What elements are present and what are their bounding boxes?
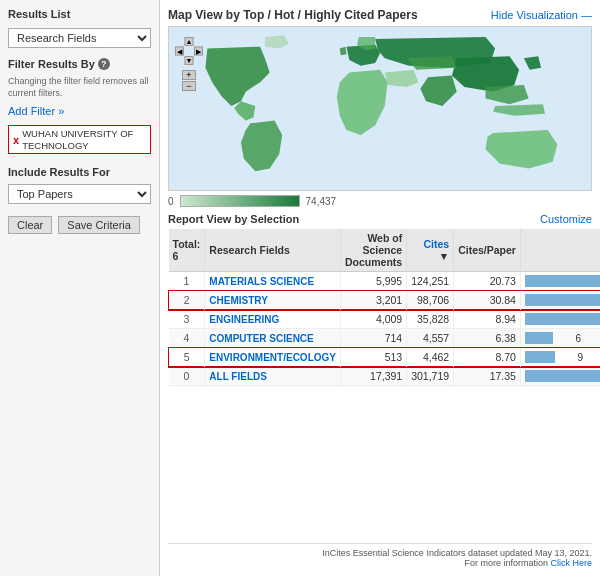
cites-per-paper-cell: 17.35 [454, 367, 521, 386]
top-papers-bar [525, 313, 600, 325]
field-link[interactable]: ENGINEERING [209, 314, 279, 325]
top-papers-bar [525, 294, 600, 306]
zoom-out-button[interactable]: − [182, 81, 196, 91]
table-row: 5ENVIRONMENT/ECOLOGY5134,4628.709 [169, 348, 601, 367]
cites-per-paper-cell: 8.94 [454, 310, 521, 329]
nav-left-button[interactable]: ◀ [175, 47, 184, 56]
top-papers-cell: 56 [520, 272, 600, 291]
rank-cell: 2 [169, 291, 205, 310]
rank-cell: 1 [169, 272, 205, 291]
report-table: Total: 6 Research Fields Web of Science … [168, 229, 600, 386]
docs-cell: 3,201 [341, 291, 407, 310]
zoom-in-button[interactable]: + [182, 70, 196, 80]
cites-per-paper-header: Cites/Paper [454, 229, 521, 272]
top-papers-bar [525, 370, 600, 382]
nav-right-button[interactable]: ▶ [194, 47, 203, 56]
field-name-cell[interactable]: CHEMISTRY [205, 291, 341, 310]
nav-up-button[interactable]: ▲ [185, 37, 194, 46]
clear-button[interactable]: Clear [8, 216, 52, 234]
table-row: 4COMPUTER SCIENCE7144,5576.386 [169, 329, 601, 348]
table-row: 3ENGINEERING4,00935,8288.9461 [169, 310, 601, 329]
top-papers-bar [525, 332, 553, 344]
field-name-cell[interactable]: ENVIRONMENT/ECOLOGY [205, 348, 341, 367]
scale-max: 74,437 [306, 196, 337, 207]
table-row: 2CHEMISTRY3,20198,70630.84179 [169, 291, 601, 310]
cites-cell: 98,706 [407, 291, 454, 310]
nav-down-button[interactable]: ▼ [185, 56, 194, 65]
filter-tag-text: WUHAN UNIVERSITY OF TECHNOLOGY [22, 128, 146, 151]
field-name-cell[interactable]: MATERIALS SCIENCE [205, 272, 341, 291]
table-row: 1MATERIALS SCIENCE5,995124,25120.7356 [169, 272, 601, 291]
cites-per-paper-cell: 8.70 [454, 348, 521, 367]
field-link[interactable]: MATERIALS SCIENCE [209, 276, 314, 287]
top-papers-bar-container: 9 [525, 351, 600, 363]
footer-click-here-link[interactable]: Click Here [550, 558, 592, 568]
field-link[interactable]: ENVIRONMENT/ECOLOGY [209, 352, 336, 363]
cites-cell: 35,828 [407, 310, 454, 329]
top-papers-bar-container: 6 [525, 332, 600, 344]
scale-min: 0 [168, 196, 174, 207]
customize-link[interactable]: Customize [540, 213, 592, 225]
add-filter-link[interactable]: Add Filter » [8, 105, 151, 117]
top-papers-bar-container: 61 [525, 313, 600, 325]
research-fields-header: Research Fields [205, 229, 341, 272]
rank-cell: 3 [169, 310, 205, 329]
cites-cell: 4,557 [407, 329, 454, 348]
hide-viz-icon: — [581, 9, 592, 21]
include-results-select[interactable]: Top Papers [8, 184, 151, 204]
top-papers-cell: 9 [520, 348, 600, 367]
filter-note: Changing the filter field removes all cu… [8, 76, 151, 99]
field-link[interactable]: ALL FIELDS [209, 371, 267, 382]
docs-cell: 17,391 [341, 367, 407, 386]
rank-cell: 0 [169, 367, 205, 386]
remove-filter-button[interactable]: x [13, 134, 19, 146]
rank-cell: 5 [169, 348, 205, 367]
map-title: Map View by Top / Hot / Highly Cited Pap… [168, 8, 418, 22]
cites-cell: 301,719 [407, 367, 454, 386]
web-docs-header: Web of Science Documents [341, 229, 407, 272]
active-filter-tag: x WUHAN UNIVERSITY OF TECHNOLOGY [8, 125, 151, 154]
top-papers-cell: 6 [520, 329, 600, 348]
field-link[interactable]: CHEMISTRY [209, 295, 268, 306]
map-navigation-controls[interactable]: ▲ ◀ ▶ ▼ + − [175, 37, 203, 91]
docs-cell: 714 [341, 329, 407, 348]
cites-per-paper-cell: 6.38 [454, 329, 521, 348]
rank-cell: 4 [169, 329, 205, 348]
top-papers-bar-container: 451 [525, 370, 600, 382]
world-map[interactable]: ▲ ◀ ▶ ▼ + − [168, 26, 592, 191]
top-papers-bar [525, 351, 555, 363]
filter-results-label: Filter Results By [8, 58, 95, 70]
field-name-cell[interactable]: ALL FIELDS [205, 367, 341, 386]
top-papers-header: Top Papers [520, 229, 600, 272]
field-name-cell[interactable]: ENGINEERING [205, 310, 341, 329]
docs-cell: 4,009 [341, 310, 407, 329]
field-link[interactable]: COMPUTER SCIENCE [209, 333, 313, 344]
report-title: Report View by Selection [168, 213, 299, 225]
research-fields-select[interactable]: Research Fields [8, 28, 151, 48]
top-papers-bar-container: 56 [525, 275, 600, 287]
total-header: Total: 6 [169, 229, 205, 272]
docs-cell: 5,995 [341, 272, 407, 291]
include-results-label: Include Results For [8, 166, 151, 178]
scale-bar [180, 195, 300, 207]
top-papers-bar-container: 179 [525, 294, 600, 306]
cites-header[interactable]: Cites ▼ [407, 229, 454, 272]
top-papers-count: 9 [558, 352, 583, 363]
table-row: 0ALL FIELDS17,391301,71917.35451 [169, 367, 601, 386]
hide-visualization-link[interactable]: Hide Visualization — [491, 9, 592, 21]
cites-cell: 4,462 [407, 348, 454, 367]
cites-per-paper-cell: 20.73 [454, 272, 521, 291]
top-papers-bar [525, 275, 600, 287]
top-papers-count: 6 [556, 333, 581, 344]
top-papers-cell: 61 [520, 310, 600, 329]
nav-cross: ▲ ◀ ▶ ▼ [175, 37, 203, 65]
results-list-label: Results List [8, 8, 151, 20]
docs-cell: 513 [341, 348, 407, 367]
top-papers-cell: 179 [520, 291, 600, 310]
help-icon[interactable]: ? [98, 58, 110, 70]
footer-note: InCites Essential Science Indicators dat… [168, 543, 592, 568]
cites-per-paper-cell: 30.84 [454, 291, 521, 310]
save-criteria-button[interactable]: Save Criteria [58, 216, 140, 234]
zoom-controls: + − [182, 70, 196, 91]
field-name-cell[interactable]: COMPUTER SCIENCE [205, 329, 341, 348]
